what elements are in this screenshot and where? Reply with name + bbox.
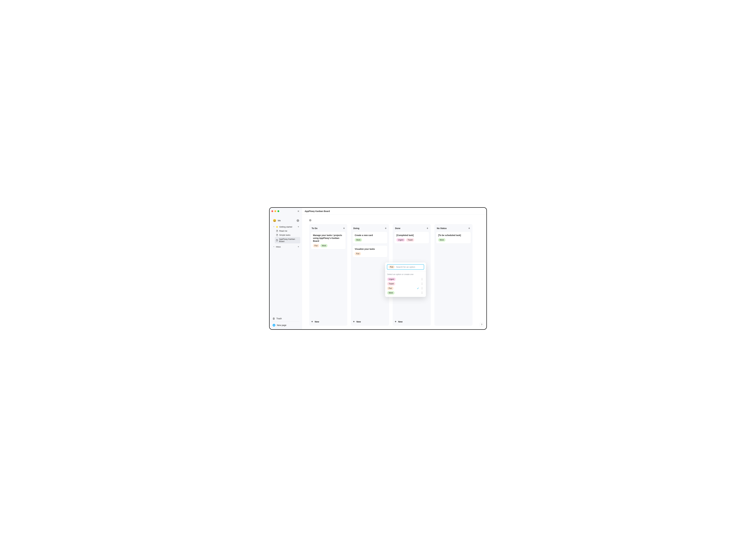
page-header: AppFlowy Kanban Board: [302, 208, 486, 215]
add-card-button[interactable]: +: [385, 227, 387, 230]
column-header: To Do+: [311, 226, 346, 231]
sidebar-footer: Trash + New page: [270, 314, 302, 329]
new-card-button[interactable]: +New: [394, 318, 429, 324]
kanban-card[interactable]: Manage your tasks / projects using AppFl…: [311, 231, 346, 249]
app-window: 😀 Me ⭐ Getting started + Read m: [269, 207, 487, 330]
plus-icon: +: [353, 320, 355, 323]
chevron-down-icon[interactable]: [273, 226, 275, 227]
tag-option[interactable]: Travel⋮: [387, 281, 424, 286]
gear-icon[interactable]: [297, 219, 299, 222]
new-card-label: New: [357, 320, 361, 323]
workspace-name: Me: [278, 219, 281, 222]
tag-option[interactable]: Fun✓⋮: [387, 286, 424, 291]
kanban-card[interactable]: [To be scheduled task]Work: [436, 231, 471, 244]
tag-search-input[interactable]: [396, 266, 423, 268]
close-window-button[interactable]: [272, 210, 273, 212]
tag-select-popover: Fun Select an option or create one Urgen…: [385, 263, 426, 297]
tag-chip: Work: [438, 238, 445, 242]
svg-point-1: [310, 220, 311, 221]
nav-tree: ⭐ Getting started + Read me Simple tasks: [270, 224, 302, 250]
help-icon: ?: [481, 323, 482, 326]
workspace-emoji: 😀: [273, 219, 276, 222]
add-page-button[interactable]: +: [298, 246, 299, 248]
new-card-button[interactable]: +New: [311, 318, 346, 324]
traffic-lights: [272, 210, 279, 212]
workspace-switcher[interactable]: 😀 Me: [270, 217, 302, 224]
main-area: AppFlowy Kanban Board To Do+Manage your …: [302, 208, 486, 329]
kanban-card[interactable]: Create a new cardWork: [353, 231, 388, 244]
new-card-label: New: [398, 320, 403, 323]
tree-item-getting-started[interactable]: ⭐ Getting started +: [272, 225, 300, 229]
kanban-card[interactable]: Visualize your tasksFun: [353, 245, 388, 257]
page-title: AppFlowy Kanban Board: [305, 210, 330, 212]
tree-item-label: Getting started: [279, 226, 292, 228]
card-tags: FunWork: [313, 244, 344, 247]
titlebar: [270, 208, 302, 215]
chevron-down-icon[interactable]: [273, 246, 275, 247]
tree-item-read-me[interactable]: Read me: [275, 229, 300, 233]
tag-chip: Fun: [313, 244, 319, 247]
tree-item-kanban-board[interactable]: AppFlowy Kanban Board: [275, 237, 300, 243]
card-title: [To be scheduled task]: [438, 234, 469, 237]
star-icon: ⭐: [276, 226, 278, 228]
new-page-button[interactable]: + New page: [272, 323, 300, 328]
more-options-icon[interactable]: ⋮: [420, 287, 424, 290]
tree-item-simple-tasks[interactable]: Simple tasks: [275, 233, 300, 237]
column-header: Done+: [394, 226, 429, 231]
check-icon: ✓: [417, 287, 419, 290]
card-list: [To be scheduled task]Work: [436, 231, 471, 324]
new-page-label: New page: [277, 324, 286, 326]
add-page-button[interactable]: +: [298, 226, 299, 228]
tag-chip: Work: [320, 244, 328, 247]
tree-children: Read me Simple tasks AppFlowy Kanban Boa…: [272, 229, 300, 243]
more-options-icon[interactable]: ⋮: [420, 278, 424, 280]
card-list: Manage your tasks / projects using AppFl…: [311, 231, 346, 318]
board-settings-button[interactable]: [309, 219, 479, 221]
tag-option[interactable]: Urgent⋮: [387, 277, 424, 281]
column-header: No Status+: [436, 226, 471, 231]
tag-chip: Urgent: [387, 277, 396, 281]
plus-icon: +: [311, 320, 313, 323]
selected-tag-chip[interactable]: Fun: [389, 266, 395, 268]
board-wrap: To Do+Manage your tasks / projects using…: [302, 215, 486, 329]
divider: [385, 271, 426, 272]
tag-search-field[interactable]: Fun: [387, 264, 424, 270]
plus-icon: +: [395, 320, 397, 323]
card-title: [Completed task]: [397, 234, 427, 237]
column-title: Done: [395, 227, 400, 229]
kanban-column: No Status+[To be scheduled task]Work: [435, 224, 473, 326]
add-card-button[interactable]: +: [468, 227, 470, 230]
add-card-button[interactable]: +: [343, 227, 345, 230]
document-icon: [276, 234, 278, 236]
card-title: Create a new card: [355, 234, 385, 237]
tree-item-label: Simple tasks: [279, 234, 290, 236]
minimize-window-button[interactable]: [274, 210, 276, 212]
new-card-button[interactable]: +New: [353, 318, 388, 324]
more-options-icon[interactable]: ⋮: [420, 292, 424, 294]
new-card-label: New: [315, 320, 319, 323]
divider: [272, 321, 300, 322]
trash-button[interactable]: Trash: [272, 316, 300, 321]
collapse-sidebar-button[interactable]: [298, 210, 300, 212]
add-card-button[interactable]: +: [427, 227, 428, 230]
card-tags: Fun: [355, 252, 385, 255]
maximize-window-button[interactable]: [277, 210, 279, 212]
card-title: Visualize your tasks: [355, 248, 385, 251]
popover-hint: Select an option or create one: [387, 273, 424, 275]
help-button[interactable]: ?: [480, 323, 484, 327]
card-title: Manage your tasks / projects using AppFl…: [313, 234, 344, 242]
trash-label: Trash: [276, 317, 282, 320]
tag-option[interactable]: Work⋮: [387, 291, 424, 295]
kanban-column: To Do+Manage your tasks / projects using…: [309, 224, 347, 326]
document-icon: [276, 230, 278, 232]
sidebar: 😀 Me ⭐ Getting started + Read m: [270, 208, 302, 329]
tag-chip: Urgent: [397, 238, 405, 242]
more-options-icon[interactable]: ⋮: [420, 283, 424, 285]
card-tags: Work: [438, 238, 469, 242]
popover-options: Urgent⋮Travel⋮Fun✓⋮Work⋮: [387, 277, 424, 295]
kanban-card[interactable]: [Completed task]UrgentTravel: [394, 231, 429, 244]
column-header: Doing+: [353, 226, 388, 231]
tree-item-label: AppFlowy Kanban Board: [279, 238, 299, 242]
tree-item-inbox[interactable]: Inbox +: [272, 245, 300, 249]
tag-chip: Fun: [387, 287, 394, 290]
